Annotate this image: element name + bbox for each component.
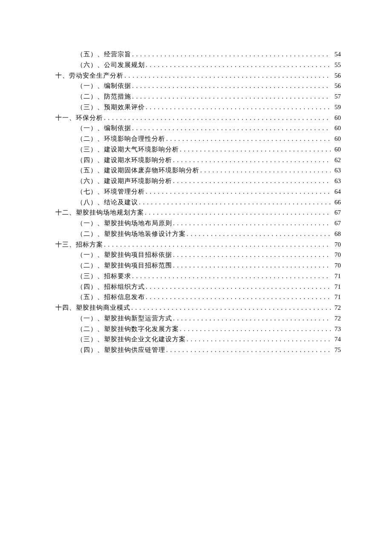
toc-dot-leader: [173, 250, 331, 260]
toc-sub-line: （二）、塑胶挂钩场地装修设计方案68: [77, 229, 341, 239]
toc-sub-line: （一）、编制依据56: [77, 81, 341, 91]
toc-sub-line: （五）、招标信息发布71: [77, 292, 341, 302]
toc-label: （二）、防范措施: [77, 91, 131, 102]
toc-page-number: 70: [331, 239, 341, 250]
toc-sub-line: （一）、编制依据60: [77, 123, 341, 134]
toc-sub-line: （二）、环境影响合理性分析60: [77, 134, 341, 144]
toc-label: （一）、塑胶挂钩场地布局原则: [77, 218, 172, 229]
toc-sub-line: （四）、招标组织方式71: [77, 282, 341, 292]
toc-label: （二）、环境影响合理性分析: [77, 134, 165, 144]
toc-dot-leader: [146, 282, 331, 292]
toc-dot-leader: [173, 218, 331, 229]
toc-sub-line: （八）、结论及建议66: [77, 197, 341, 208]
toc-dot-leader: [180, 144, 331, 155]
toc-page-number: 60: [331, 134, 341, 144]
toc-label: 十四、塑胶挂钩商业模式: [55, 302, 130, 313]
toc-sub-line: （六）、公司发展规划55: [77, 60, 341, 70]
toc-sub-line: （二）、塑胶挂钩数字化发展方案73: [77, 324, 341, 334]
toc-dot-leader: [145, 207, 331, 218]
toc-page-number: 71: [331, 271, 341, 282]
toc-page-number: 63: [331, 176, 341, 186]
toc-label: （一）、塑胶挂钩新型运营方式: [77, 313, 172, 324]
toc-page-number: 66: [331, 197, 341, 208]
toc-label: （二）、塑胶挂钩数字化发展方案: [77, 324, 179, 334]
toc-page-number: 73: [331, 324, 341, 334]
toc-label: （一）、塑胶挂钩项目招标依据: [77, 250, 172, 260]
toc-dot-leader: [166, 134, 331, 144]
toc-dot-leader: [146, 102, 331, 113]
toc-label: （五）、建设期固体废弃物环境影响分析: [77, 165, 199, 176]
toc-label: （五）、经营宗旨: [77, 49, 131, 60]
toc-dot-leader: [132, 49, 331, 60]
toc-label: （六）、建设期声环境影响分析: [77, 176, 172, 186]
toc-sub-line: （二）、塑胶挂钩项目招标范围70: [77, 260, 341, 271]
toc-page-number: 57: [331, 91, 341, 102]
toc-sub-line: （三）、建设期大气环境影响分析60: [77, 144, 341, 155]
toc-page-number: 67: [331, 218, 341, 229]
toc-dot-leader: [173, 176, 331, 186]
toc-dot-leader: [146, 292, 331, 302]
toc-page-number: 59: [331, 102, 341, 113]
toc-page-number: 74: [331, 334, 341, 345]
toc-dot-leader: [104, 239, 331, 250]
toc-label: （八）、结论及建议: [77, 197, 138, 208]
toc-label: （三）、建设期大气环境影响分析: [77, 144, 179, 155]
toc-page-number: 60: [331, 123, 341, 134]
toc-sub-line: （一）、塑胶挂钩新型运营方式72: [77, 313, 341, 324]
toc-dot-leader: [132, 91, 331, 102]
toc-section-line: 十、劳动安全生产分析56: [55, 70, 341, 81]
toc-page-number: 75: [331, 345, 341, 355]
toc-label: （三）、招标要求: [77, 271, 131, 282]
toc-sub-line: （三）、预期效果评价59: [77, 102, 341, 113]
toc-label: 十三、招标方案: [55, 239, 103, 250]
toc-dot-leader: [139, 197, 331, 208]
toc-label: （四）、招标组织方式: [77, 282, 145, 292]
toc-sub-line: （四）、建设期水环境影响分析62: [77, 155, 341, 166]
toc-dot-leader: [173, 313, 331, 324]
toc-label: （三）、预期效果评价: [77, 102, 145, 113]
toc-dot-leader: [187, 229, 331, 239]
table-of-contents: （五）、经营宗旨54（六）、公司发展规划55十、劳动安全生产分析56（一）、编制…: [51, 49, 341, 355]
toc-dot-leader: [173, 260, 331, 271]
toc-label: （一）、编制依据: [77, 123, 131, 134]
toc-sub-line: （五）、经营宗旨54: [77, 49, 341, 60]
toc-label: 十、劳动安全生产分析: [55, 70, 124, 81]
toc-dot-leader: [187, 334, 331, 345]
toc-label: （二）、塑胶挂钩场地装修设计方案: [77, 229, 186, 239]
toc-page-number: 70: [331, 260, 341, 271]
toc-label: （五）、招标信息发布: [77, 292, 145, 302]
toc-page-number: 56: [331, 81, 341, 91]
toc-page-number: 72: [331, 302, 341, 313]
toc-dot-leader: [132, 81, 331, 91]
toc-dot-leader: [132, 271, 331, 282]
toc-sub-line: （一）、塑胶挂钩项目招标依据70: [77, 250, 341, 260]
document-page: （五）、经营宗旨54（六）、公司发展规划55十、劳动安全生产分析56（一）、编制…: [0, 0, 392, 555]
toc-dot-leader: [166, 345, 331, 355]
toc-sub-line: （三）、塑胶挂钩企业文化建设方案74: [77, 334, 341, 345]
toc-page-number: 54: [331, 49, 341, 60]
toc-label: 十二、塑胶挂钩场地规划方案: [55, 207, 144, 218]
toc-section-line: 十二、塑胶挂钩场地规划方案67: [55, 207, 341, 218]
toc-dot-leader: [124, 70, 331, 81]
toc-page-number: 62: [331, 155, 341, 166]
toc-dot-leader: [173, 155, 331, 166]
toc-page-number: 64: [331, 186, 341, 197]
toc-label: （一）、编制依据: [77, 81, 131, 91]
toc-section-line: 十一、环保分析60: [55, 113, 341, 123]
toc-dot-leader: [146, 186, 331, 197]
toc-label: （二）、塑胶挂钩项目招标范围: [77, 260, 172, 271]
toc-sub-line: （七）、环境管理分析64: [77, 186, 341, 197]
toc-page-number: 55: [331, 60, 341, 70]
toc-label: （六）、公司发展规划: [77, 60, 145, 70]
toc-sub-line: （三）、招标要求71: [77, 271, 341, 282]
toc-section-line: 十三、招标方案70: [55, 239, 341, 250]
toc-dot-leader: [104, 113, 331, 123]
toc-dot-leader: [146, 60, 331, 70]
toc-label: 十一、环保分析: [55, 113, 103, 123]
toc-page-number: 60: [331, 144, 341, 155]
toc-section-line: 十四、塑胶挂钩商业模式72: [55, 302, 341, 313]
toc-sub-line: （四）、塑胶挂钩供应链管理75: [77, 345, 341, 355]
toc-page-number: 67: [331, 207, 341, 218]
toc-label: （四）、塑胶挂钩供应链管理: [77, 345, 165, 355]
toc-page-number: 72: [331, 313, 341, 324]
